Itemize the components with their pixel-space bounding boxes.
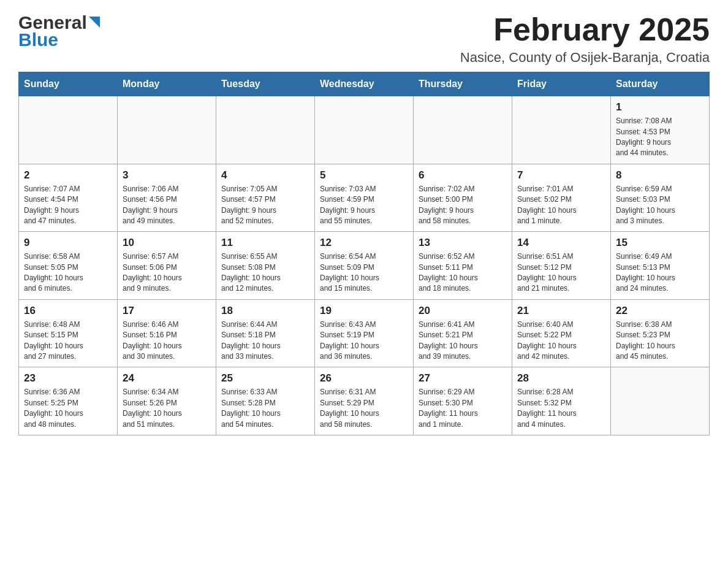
calendar-cell: 25Sunrise: 6:33 AM Sunset: 5:28 PM Dayli… xyxy=(216,367,315,435)
day-number: 27 xyxy=(419,372,507,385)
day-number: 4 xyxy=(221,169,309,182)
calendar-cell xyxy=(512,96,611,164)
day-info: Sunrise: 7:05 AM Sunset: 4:57 PM Dayligh… xyxy=(221,184,309,227)
calendar-cell: 3Sunrise: 7:06 AM Sunset: 4:56 PM Daylig… xyxy=(118,164,216,232)
day-number: 11 xyxy=(221,237,309,249)
calendar-week-2: 2Sunrise: 7:07 AM Sunset: 4:54 PM Daylig… xyxy=(19,164,710,232)
calendar-cell: 8Sunrise: 6:59 AM Sunset: 5:03 PM Daylig… xyxy=(611,164,710,232)
calendar-cell: 28Sunrise: 6:28 AM Sunset: 5:32 PM Dayli… xyxy=(512,367,611,435)
day-number: 19 xyxy=(320,305,408,317)
calendar-cell: 12Sunrise: 6:54 AM Sunset: 5:09 PM Dayli… xyxy=(315,232,414,300)
calendar-cell: 23Sunrise: 6:36 AM Sunset: 5:25 PM Dayli… xyxy=(19,367,118,435)
calendar-cell: 2Sunrise: 7:07 AM Sunset: 4:54 PM Daylig… xyxy=(19,164,118,232)
day-info: Sunrise: 6:58 AM Sunset: 5:05 PM Dayligh… xyxy=(24,251,112,294)
calendar-cell: 20Sunrise: 6:41 AM Sunset: 5:21 PM Dayli… xyxy=(414,299,512,367)
calendar-header-saturday: Saturday xyxy=(611,72,710,96)
day-number: 15 xyxy=(616,237,704,249)
day-number: 2 xyxy=(24,169,112,182)
day-info: Sunrise: 6:34 AM Sunset: 5:26 PM Dayligh… xyxy=(123,387,211,430)
day-info: Sunrise: 6:28 AM Sunset: 5:32 PM Dayligh… xyxy=(517,387,605,430)
day-number: 6 xyxy=(419,169,507,182)
calendar-cell: 1Sunrise: 7:08 AM Sunset: 4:53 PM Daylig… xyxy=(611,96,710,164)
day-info: Sunrise: 6:29 AM Sunset: 5:30 PM Dayligh… xyxy=(419,387,507,430)
calendar-cell xyxy=(315,96,414,164)
calendar-cell: 9Sunrise: 6:58 AM Sunset: 5:05 PM Daylig… xyxy=(19,232,118,300)
day-info: Sunrise: 6:41 AM Sunset: 5:21 PM Dayligh… xyxy=(419,320,507,362)
calendar-cell xyxy=(414,96,512,164)
day-info: Sunrise: 6:54 AM Sunset: 5:09 PM Dayligh… xyxy=(320,251,408,294)
month-title: February 2025 xyxy=(460,12,710,47)
day-number: 10 xyxy=(123,237,211,249)
calendar-cell xyxy=(216,96,315,164)
day-info: Sunrise: 6:48 AM Sunset: 5:15 PM Dayligh… xyxy=(24,320,112,362)
day-number: 28 xyxy=(517,372,605,385)
day-info: Sunrise: 7:03 AM Sunset: 4:59 PM Dayligh… xyxy=(320,184,408,227)
day-number: 22 xyxy=(616,305,704,317)
location-title: Nasice, County of Osijek-Baranja, Croati… xyxy=(460,50,710,66)
calendar-header-friday: Friday xyxy=(512,72,611,96)
day-number: 18 xyxy=(221,305,309,317)
calendar-cell: 17Sunrise: 6:46 AM Sunset: 5:16 PM Dayli… xyxy=(118,299,216,367)
day-info: Sunrise: 6:44 AM Sunset: 5:18 PM Dayligh… xyxy=(221,320,309,362)
calendar-header-tuesday: Tuesday xyxy=(216,72,315,96)
calendar-header-thursday: Thursday xyxy=(414,72,512,96)
calendar-header-monday: Monday xyxy=(118,72,216,96)
calendar-cell: 14Sunrise: 6:51 AM Sunset: 5:12 PM Dayli… xyxy=(512,232,611,300)
day-info: Sunrise: 6:49 AM Sunset: 5:13 PM Dayligh… xyxy=(616,251,704,294)
day-info: Sunrise: 6:46 AM Sunset: 5:16 PM Dayligh… xyxy=(123,320,211,362)
day-number: 8 xyxy=(616,169,704,182)
calendar-cell: 10Sunrise: 6:57 AM Sunset: 5:06 PM Dayli… xyxy=(118,232,216,300)
day-info: Sunrise: 7:02 AM Sunset: 5:00 PM Dayligh… xyxy=(419,184,507,227)
day-info: Sunrise: 6:52 AM Sunset: 5:11 PM Dayligh… xyxy=(419,251,507,294)
calendar-cell: 6Sunrise: 7:02 AM Sunset: 5:00 PM Daylig… xyxy=(414,164,512,232)
day-info: Sunrise: 6:31 AM Sunset: 5:29 PM Dayligh… xyxy=(320,387,408,430)
day-number: 24 xyxy=(123,372,211,385)
calendar-cell: 22Sunrise: 6:38 AM Sunset: 5:23 PM Dayli… xyxy=(611,299,710,367)
calendar-cell: 11Sunrise: 6:55 AM Sunset: 5:08 PM Dayli… xyxy=(216,232,315,300)
calendar-cell: 26Sunrise: 6:31 AM Sunset: 5:29 PM Dayli… xyxy=(315,367,414,435)
calendar-cell: 7Sunrise: 7:01 AM Sunset: 5:02 PM Daylig… xyxy=(512,164,611,232)
calendar-header-sunday: Sunday xyxy=(19,72,118,96)
title-block: February 2025 Nasice, County of Osijek-B… xyxy=(460,12,710,66)
day-info: Sunrise: 6:38 AM Sunset: 5:23 PM Dayligh… xyxy=(616,320,704,362)
calendar-cell: 18Sunrise: 6:44 AM Sunset: 5:18 PM Dayli… xyxy=(216,299,315,367)
day-info: Sunrise: 7:06 AM Sunset: 4:56 PM Dayligh… xyxy=(123,184,211,227)
day-number: 14 xyxy=(517,237,605,249)
calendar-table: SundayMondayTuesdayWednesdayThursdayFrid… xyxy=(18,72,710,435)
day-number: 5 xyxy=(320,169,408,182)
calendar-cell: 13Sunrise: 6:52 AM Sunset: 5:11 PM Dayli… xyxy=(414,232,512,300)
day-number: 23 xyxy=(24,372,112,385)
page-header: General Blue February 2025 Nasice, Count… xyxy=(18,12,710,66)
calendar-cell xyxy=(19,96,118,164)
day-number: 13 xyxy=(419,237,507,249)
day-info: Sunrise: 6:55 AM Sunset: 5:08 PM Dayligh… xyxy=(221,251,309,294)
day-number: 3 xyxy=(123,169,211,182)
calendar-cell: 5Sunrise: 7:03 AM Sunset: 4:59 PM Daylig… xyxy=(315,164,414,232)
calendar-cell: 15Sunrise: 6:49 AM Sunset: 5:13 PM Dayli… xyxy=(611,232,710,300)
day-info: Sunrise: 6:59 AM Sunset: 5:03 PM Dayligh… xyxy=(616,184,704,227)
calendar-cell: 21Sunrise: 6:40 AM Sunset: 5:22 PM Dayli… xyxy=(512,299,611,367)
calendar-cell: 19Sunrise: 6:43 AM Sunset: 5:19 PM Dayli… xyxy=(315,299,414,367)
day-number: 1 xyxy=(616,101,704,113)
day-number: 9 xyxy=(24,237,112,249)
calendar-cell: 16Sunrise: 6:48 AM Sunset: 5:15 PM Dayli… xyxy=(19,299,118,367)
day-info: Sunrise: 6:36 AM Sunset: 5:25 PM Dayligh… xyxy=(24,387,112,430)
calendar-header-wednesday: Wednesday xyxy=(315,72,414,96)
calendar-week-1: 1Sunrise: 7:08 AM Sunset: 4:53 PM Daylig… xyxy=(19,96,710,164)
day-number: 12 xyxy=(320,237,408,249)
calendar-header-row: SundayMondayTuesdayWednesdayThursdayFrid… xyxy=(19,72,710,96)
logo-arrow-icon xyxy=(89,17,100,30)
calendar-week-4: 16Sunrise: 6:48 AM Sunset: 5:15 PM Dayli… xyxy=(19,299,710,367)
day-info: Sunrise: 7:01 AM Sunset: 5:02 PM Dayligh… xyxy=(517,184,605,227)
day-number: 16 xyxy=(24,305,112,317)
svg-marker-0 xyxy=(89,17,100,28)
day-info: Sunrise: 6:57 AM Sunset: 5:06 PM Dayligh… xyxy=(123,251,211,294)
day-info: Sunrise: 6:40 AM Sunset: 5:22 PM Dayligh… xyxy=(517,320,605,362)
logo: General Blue xyxy=(18,12,100,50)
day-number: 21 xyxy=(517,305,605,317)
day-number: 7 xyxy=(517,169,605,182)
day-info: Sunrise: 7:08 AM Sunset: 4:53 PM Dayligh… xyxy=(616,116,704,159)
calendar-cell: 27Sunrise: 6:29 AM Sunset: 5:30 PM Dayli… xyxy=(414,367,512,435)
day-number: 26 xyxy=(320,372,408,385)
calendar-week-5: 23Sunrise: 6:36 AM Sunset: 5:25 PM Dayli… xyxy=(19,367,710,435)
